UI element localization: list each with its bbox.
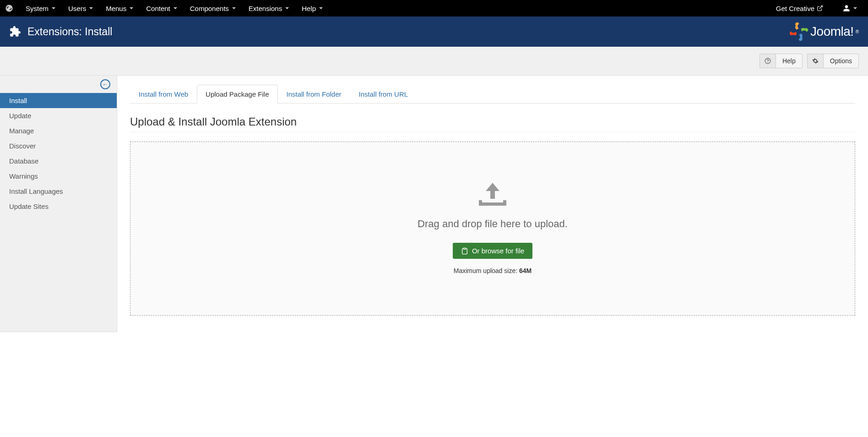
sidebar-item-install[interactable]: Install: [0, 93, 117, 108]
caret-down-icon: [130, 7, 133, 9]
joomla-logo: Joomla! ®: [789, 22, 859, 41]
menu-users[interactable]: Users: [62, 1, 99, 16]
site-name: Get Creative: [776, 5, 814, 12]
page-title: Extensions: Install: [27, 26, 112, 38]
menu-components[interactable]: Components: [184, 1, 242, 16]
options-button-icon[interactable]: [807, 54, 823, 68]
page-header: Extensions: Install Joomla! ®: [0, 16, 868, 47]
registered-mark: ®: [856, 29, 859, 34]
menu-help[interactable]: Help: [295, 1, 329, 16]
sidebar-item-update-sites[interactable]: Update Sites: [0, 199, 117, 214]
sidebar-item-database[interactable]: Database: [0, 153, 117, 169]
tab-upload-package-file[interactable]: Upload Package File: [197, 85, 277, 104]
main-region: ← InstallUpdateManageDiscoverDatabaseWar…: [0, 76, 868, 332]
help-button[interactable]: Help: [776, 54, 803, 68]
menu-system[interactable]: System: [19, 1, 62, 16]
caret-down-icon: [89, 7, 93, 9]
browse-file-button[interactable]: Or browse for file: [453, 243, 532, 259]
menu-content[interactable]: Content: [140, 1, 184, 16]
caret-down-icon: [232, 7, 236, 9]
external-link-icon: [817, 5, 823, 11]
tab-install-from-url[interactable]: Install from URL: [350, 85, 417, 104]
sidebar-item-warnings[interactable]: Warnings: [0, 169, 117, 184]
options-button[interactable]: Options: [823, 54, 859, 68]
tab-install-from-web[interactable]: Install from Web: [130, 85, 197, 104]
user-icon: [843, 5, 850, 12]
svg-line-0: [819, 6, 822, 9]
joomla-brand-text: Joomla!: [810, 24, 854, 39]
menu-menus[interactable]: Menus: [99, 1, 140, 16]
drop-instruction: Drag and drop file here to upload.: [418, 218, 568, 230]
arrow-left-circle-icon: ←: [100, 79, 110, 89]
menu-extensions[interactable]: Extensions: [242, 1, 295, 16]
sidebar-item-discover[interactable]: Discover: [0, 138, 117, 153]
caret-down-icon: [285, 7, 289, 9]
tabs: Install from WebUpload Package FileInsta…: [130, 85, 855, 104]
sidebar-item-install-languages[interactable]: Install Languages: [0, 184, 117, 199]
user-menu[interactable]: [836, 1, 863, 16]
joomla-symbol-icon: [789, 22, 808, 41]
tab-install-from-folder[interactable]: Install from Folder: [278, 85, 350, 104]
upload-icon: [477, 183, 509, 208]
svg-point-2: [767, 62, 768, 62]
caret-down-icon: [174, 7, 177, 9]
joomla-icon[interactable]: [5, 4, 14, 13]
upload-dropzone[interactable]: Drag and drop file here to upload. Or br…: [130, 142, 855, 316]
sidebar-collapse[interactable]: ←: [0, 76, 117, 93]
caret-down-icon: [853, 7, 857, 9]
help-button-icon[interactable]: [760, 54, 776, 68]
section-title: Upload & Install Joomla Extension: [130, 115, 855, 132]
caret-down-icon: [319, 7, 323, 9]
toolbar: Help Options: [0, 47, 868, 76]
svg-rect-3: [463, 248, 466, 249]
sidebar-item-manage[interactable]: Manage: [0, 123, 117, 138]
site-link[interactable]: Get Creative: [770, 1, 830, 16]
top-menubar: System Users Menus Content Components Ex…: [0, 0, 868, 16]
content-area: Install from WebUpload Package FileInsta…: [117, 76, 868, 332]
file-copy-icon: [461, 247, 468, 255]
sidebar-item-update[interactable]: Update: [0, 108, 117, 123]
sidebar: ← InstallUpdateManageDiscoverDatabaseWar…: [0, 76, 117, 332]
puzzle-icon: [9, 26, 21, 38]
max-upload-size: Maximum upload size: 64M: [454, 267, 532, 274]
caret-down-icon: [52, 7, 55, 9]
